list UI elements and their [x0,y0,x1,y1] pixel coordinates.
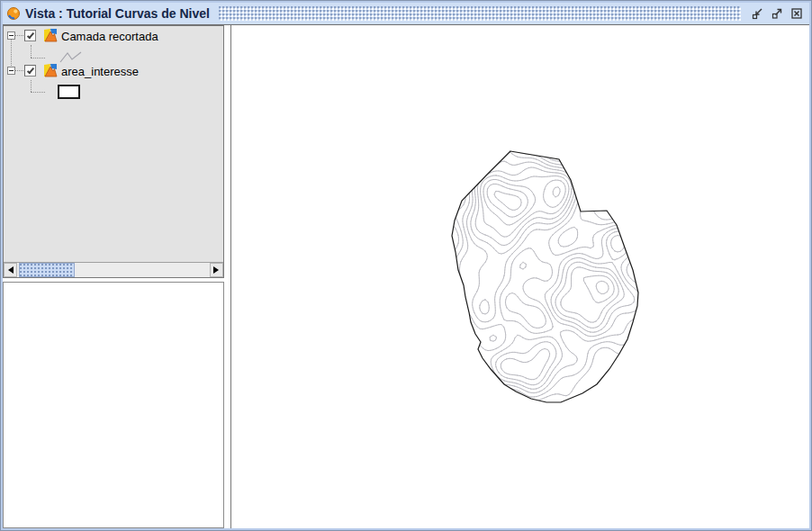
contour-level [494,192,521,211]
scrollbar-track[interactable] [75,263,210,277]
minimize-icon [751,7,763,20]
checkmark-icon [26,66,33,74]
scroll-right-button[interactable] [210,263,223,277]
tree-connector [31,80,32,92]
tree-collapse-toggle[interactable] [7,32,15,40]
checkmark-icon [26,31,33,39]
horizontal-scrollbar[interactable] [4,262,223,277]
toc-column: Camada recortada [3,25,224,528]
window-content: Camada recortada [3,25,809,528]
map-canvas[interactable] [231,25,809,528]
maximize-icon [771,7,783,20]
gvsig-app-icon [6,6,21,21]
layer-visibility-checkbox[interactable] [24,65,36,76]
layer-visibility-checkbox[interactable] [24,30,36,41]
layer-tree-panel: Camada recortada [3,25,224,278]
close-icon [790,7,803,20]
minus-icon [9,35,14,36]
contour-level [487,184,609,294]
toc-bottom-panel [3,282,224,528]
contour-level [467,148,642,389]
tree-connector [15,70,23,71]
window-controls [750,6,804,21]
map-view[interactable] [230,25,809,528]
maximize-button[interactable] [770,6,784,21]
left-arrow-icon [5,266,14,274]
layer-symbol-rectangle[interactable] [58,85,80,99]
layer-icon [43,63,58,77]
window-title: Vista : Tutorial Curvas de Nivel [25,6,210,22]
layer-tree: Camada recortada [4,26,223,262]
scrollbar-thumb[interactable] [19,263,75,277]
contour-level [481,176,619,322]
panel-splitter[interactable] [224,25,230,528]
layer-icon [43,28,58,42]
layer-symbol-line[interactable] [59,50,83,65]
scroll-left-button[interactable] [4,263,17,277]
tree-connector [31,58,45,58]
window-titlebar[interactable]: Vista : Tutorial Curvas de Nivel [3,3,809,25]
layer-label: Camada recortada [61,30,158,43]
right-arrow-icon [213,266,222,274]
minus-icon [9,70,14,71]
tree-connector [31,45,32,58]
tree-connector [15,35,23,36]
view-window: Vista : Tutorial Curvas de Nivel [0,0,812,531]
minimize-button[interactable] [750,6,764,21]
tree-collapse-toggle[interactable] [7,67,15,75]
titlebar-texture [219,6,741,21]
close-button[interactable] [789,6,804,21]
tree-connector [31,92,45,93]
layer-label: area_interesse [61,65,139,78]
